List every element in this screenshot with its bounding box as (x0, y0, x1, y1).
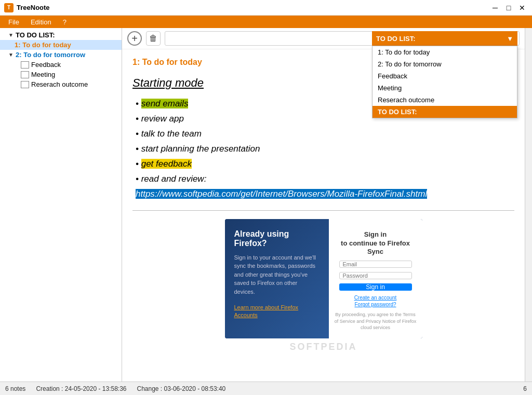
bullet-4: • start planning the presentation (136, 142, 514, 157)
sidebar-item-meeting[interactable]: Meeting (0, 70, 122, 79)
sidebar: ▼ TO DO LIST: 1: To do for today ▼ 2: To… (0, 28, 122, 382)
firefox-embed: Already using Firefox? Sign in to your a… (225, 219, 422, 338)
sidebar-label-meeting: Meeting (31, 71, 55, 78)
ff-forgot-password-link[interactable]: Forgot password? (354, 302, 396, 307)
dd-item-today[interactable]: 1: To do for today (373, 46, 517, 58)
minimize-button[interactable]: ─ (489, 2, 501, 13)
dd-item-research[interactable]: Reserach outcome (373, 94, 517, 106)
app-title: T TreeNoote (4, 3, 50, 12)
arrow-icon-tomorrow: ▼ (8, 52, 16, 58)
menu-edition[interactable]: Edition (25, 17, 57, 27)
bullet-3: • talk to the team (136, 127, 514, 142)
ff-password-input[interactable] (339, 272, 412, 279)
note-link-anchor[interactable]: https://www.softpedia.com/get/Internet/B… (136, 189, 427, 199)
dd-item-feedback[interactable]: Feedback (373, 70, 517, 82)
arrow-icon: ▼ (8, 32, 16, 38)
sidebar-label-todo-list: TO DO LIST: (16, 31, 55, 39)
ff-left-link[interactable]: Learn more about Firefox Accounts (234, 304, 299, 318)
window-controls: ─ □ ✕ (489, 2, 528, 13)
sidebar-item-todo-today[interactable]: 1: To do for today (0, 40, 122, 50)
ff-left-panel: Already using Firefox? Sign in to your a… (225, 219, 329, 338)
ff-email-input[interactable] (339, 261, 412, 268)
main-layout: ▼ TO DO LIST: 1: To do for today ▼ 2: To… (0, 28, 532, 382)
sidebar-label-today: 1: To do for today (15, 41, 71, 49)
dd-item-tomorrow[interactable]: 2: To do for tomorrow (373, 58, 517, 70)
app-logo: T (4, 3, 14, 12)
dd-item-meeting[interactable]: Meeting (373, 82, 517, 94)
menu-file[interactable]: File (3, 17, 24, 27)
divider (132, 210, 514, 211)
sidebar-label-feedback: Feedback (31, 61, 61, 69)
sidebar-label-research: Reserach outcome (31, 80, 88, 88)
ff-tos-text: By proceeding, you agree to the Terms of… (334, 311, 417, 331)
content-area: + 🗑 TO DO LIST: ▼ 1: To do for today 2: … (122, 28, 525, 382)
ff-right-heading: Sign in to continue to Firefox Sync (334, 230, 417, 257)
ff-signin-button[interactable]: Sign in (339, 283, 412, 291)
node-icon-feedback (21, 61, 29, 69)
dropdown-selected[interactable]: TO DO LIST: ▼ (372, 31, 517, 46)
sidebar-label-tomorrow: 2: To do for tomorrow (16, 51, 85, 59)
status-creation: Creation : 24-05-2020 - 13:58:36 (36, 385, 126, 392)
statusbar: 6 notes Creation : 24-05-2020 - 13:58:36… (0, 382, 532, 395)
sidebar-item-todo-tomorrow[interactable]: ▼ 2: To do for tomorrow (0, 50, 122, 60)
node-icon-meeting (21, 71, 29, 78)
status-change: Change : 03-06-2020 - 08:53:40 (137, 385, 226, 392)
status-number: 6 (523, 385, 527, 392)
titlebar: T TreeNoote ─ □ ✕ (0, 0, 532, 16)
bullet-5: • get feedback (136, 157, 514, 172)
close-button[interactable]: ✕ (516, 2, 528, 13)
status-notes-count: 6 notes (5, 385, 25, 392)
sidebar-item-research[interactable]: Reserach outcome (0, 79, 122, 89)
dropdown-container: TO DO LIST: ▼ 1: To do for today 2: To d… (372, 31, 517, 118)
menu-help[interactable]: ? (58, 17, 72, 27)
dropdown-list: 1: To do for today 2: To do for tomorrow… (372, 46, 517, 118)
bullet-6: • read and review: (136, 172, 514, 187)
scrollbar[interactable] (525, 28, 532, 382)
node-icon-research (21, 81, 29, 88)
sidebar-item-todo-list[interactable]: ▼ TO DO LIST: (0, 30, 122, 40)
ff-links: Create an account Forgot password? (354, 295, 397, 307)
add-button[interactable]: + (127, 31, 142, 46)
maximize-button[interactable]: □ (503, 2, 514, 13)
ff-left-heading: Already using Firefox? (234, 229, 320, 248)
dd-item-todolist[interactable]: TO DO LIST: (373, 106, 517, 118)
ff-create-account-link[interactable]: Create an account (354, 295, 397, 301)
chevron-down-icon: ▼ (507, 35, 513, 43)
menubar: File Edition ? (0, 16, 532, 28)
softpedia-watermark: SOFTPEDIA (132, 342, 514, 352)
bullet-text-1: send emails (141, 99, 189, 108)
bullet-text-5: get feedback (141, 159, 192, 169)
sidebar-item-feedback[interactable]: Feedback (0, 60, 122, 70)
toolbar: + 🗑 TO DO LIST: ▼ 1: To do for today 2: … (122, 28, 525, 49)
ff-left-body: Sign in to your account and we'll sync t… (234, 253, 320, 296)
ff-right-panel: Sign in to continue to Firefox Sync Sign… (329, 219, 422, 338)
note-link[interactable]: https://www.softpedia.com/get/Internet/B… (136, 187, 514, 202)
delete-button[interactable]: 🗑 (146, 31, 161, 46)
